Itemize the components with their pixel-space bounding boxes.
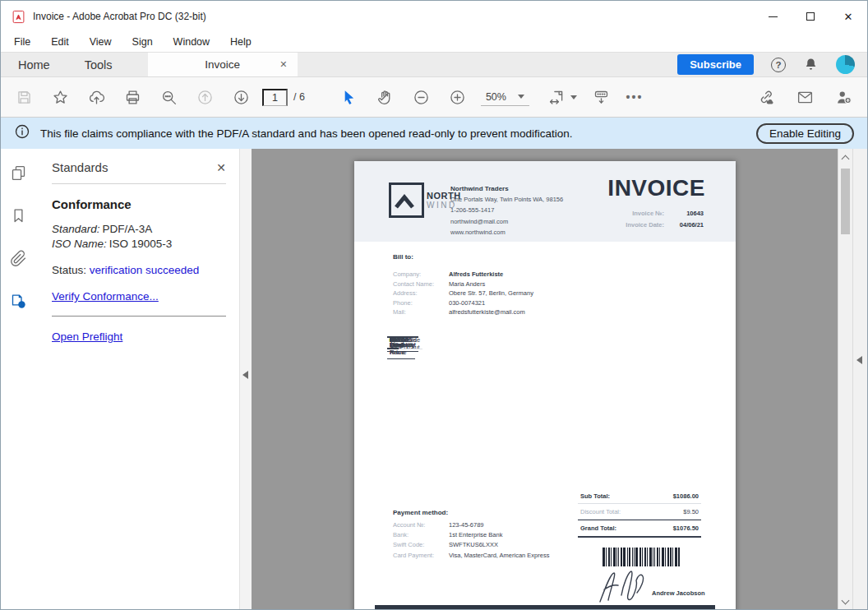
field-label: Mail:: [393, 307, 449, 317]
scroll-down-icon[interactable]: [842, 597, 850, 605]
previous-page-icon[interactable]: [195, 87, 215, 107]
scrolling-mode-icon[interactable]: [592, 87, 612, 107]
save-icon[interactable]: [14, 87, 34, 107]
barcode: [603, 548, 701, 566]
invoice-title: INVOICE: [607, 175, 705, 201]
select-tool-icon[interactable]: [339, 87, 359, 107]
help-icon[interactable]: ?: [771, 58, 786, 72]
page-number-input[interactable]: [262, 89, 288, 106]
bell-icon[interactable]: [803, 57, 819, 72]
minimize-icon: [769, 16, 778, 17]
totals-block: Sub Total:$1086.00Discount Total:$9.50Gr…: [578, 488, 701, 538]
email-icon[interactable]: [795, 87, 815, 107]
open-preflight-link[interactable]: Open Preflight: [52, 330, 122, 343]
field-row: Company:Alfreds Futterkiste: [393, 270, 533, 280]
scroll-up-icon[interactable]: [842, 155, 850, 164]
status-value: verification succeeded: [90, 264, 200, 276]
navigation-pane-strip: [1, 149, 35, 610]
add-person-icon[interactable]: [833, 87, 853, 107]
title-bar: Invoice - Adobe Acrobat Pro DC (32-bit) …: [1, 1, 867, 32]
total-row: Sub Total:$1086.00: [578, 488, 701, 504]
expand-tools-pane-icon[interactable]: [856, 356, 862, 364]
field-value: 04/06/21: [664, 220, 704, 231]
tab-tools[interactable]: Tools: [67, 53, 130, 76]
close-button[interactable]: ✕: [829, 1, 867, 32]
menu-item-file[interactable]: File: [14, 36, 30, 48]
page-thumbnails-icon[interactable]: [10, 164, 27, 185]
avatar[interactable]: [836, 55, 855, 74]
page-total-label: / 6: [293, 91, 305, 103]
table-cell: [387, 336, 392, 349]
document-area[interactable]: NORTH WIND Northwind Traders One Portals…: [252, 149, 838, 610]
field-label: Bank:: [393, 530, 449, 540]
minimize-button[interactable]: [754, 1, 792, 32]
pdf-page: NORTH WIND Northwind Traders One Portals…: [354, 161, 736, 610]
field-label: Invoice Date:: [626, 220, 664, 231]
payment-method-heading: Payment method:: [393, 509, 448, 516]
field-row: Phone:030-0074321: [393, 298, 533, 308]
bill-to-details: Company:Alfreds FutterkisteContact Name:…: [393, 270, 533, 317]
panel-collapse-strip[interactable]: [239, 149, 252, 610]
bookmarks-icon[interactable]: [10, 207, 27, 228]
acrobat-window: Invoice - Adobe Acrobat Pro DC (32-bit) …: [0, 0, 868, 610]
tools-pane-strip[interactable]: [852, 149, 867, 610]
tab-bar: Home Tools Invoice ✕ Subscribe ?: [1, 52, 867, 76]
hand-tool-icon[interactable]: [376, 87, 395, 107]
northwind-logo: [389, 183, 424, 218]
verify-conformance-link[interactable]: Verify Conformance...: [52, 290, 159, 303]
field-value: Alfreds Futterkiste: [449, 270, 503, 280]
zoom-level-value: 50%: [486, 91, 506, 103]
field-label: Company:: [393, 270, 449, 280]
next-page-icon[interactable]: [231, 87, 251, 107]
menu-item-sign[interactable]: Sign: [132, 36, 153, 48]
signature-name: Andrew Jacobson: [652, 589, 705, 597]
tab-home[interactable]: Home: [1, 53, 67, 76]
company-info: Northwind Traders One Portals Way, Twin …: [450, 183, 598, 238]
field-label: Contact Name:: [393, 280, 449, 289]
pdfa-notification-bar: This file claims compliance with the PDF…: [1, 118, 867, 149]
menu-item-help[interactable]: Help: [230, 36, 252, 48]
bill-to-heading: Bill to:: [393, 253, 413, 261]
share-link-icon[interactable]: [756, 87, 776, 107]
zoom-level-dropdown[interactable]: 50%: [481, 89, 529, 106]
field-label: Invoice №:: [632, 208, 664, 220]
tab-document-invoice[interactable]: Invoice ✕: [148, 53, 298, 76]
enable-editing-button[interactable]: Enable Editing: [756, 123, 854, 144]
maximize-button[interactable]: [792, 1, 829, 32]
panel-close-icon[interactable]: ✕: [216, 161, 226, 174]
zoom-out-icon[interactable]: [412, 87, 432, 107]
field-label: Swift Code:: [393, 540, 449, 550]
star-icon[interactable]: [50, 87, 70, 107]
chevron-up-icon: [395, 194, 414, 209]
print-icon[interactable]: [122, 87, 142, 107]
field-value: alfredsfutterkiste@mail.com: [449, 307, 525, 317]
field-label: Address:: [393, 289, 449, 298]
chevron-down-icon[interactable]: [570, 95, 577, 99]
total-value: $1076.50: [673, 525, 699, 532]
field-value: Maria Anders: [449, 280, 485, 289]
search-icon[interactable]: [159, 87, 178, 107]
field-value: SWFTKUS6LXXX: [449, 540, 498, 550]
maximize-icon: [806, 12, 815, 21]
total-value: $9.50: [683, 508, 699, 515]
field-row: Swift Code:SWFTKUS6LXXX: [393, 540, 549, 550]
vertical-scrollbar[interactable]: [838, 149, 852, 610]
scrollbar-thumb[interactable]: [841, 169, 850, 234]
main-toolbar: / 6 50% •••: [1, 76, 867, 118]
attachments-icon[interactable]: [10, 250, 27, 270]
menu-item-window[interactable]: Window: [173, 36, 210, 48]
share-upload-icon[interactable]: [86, 87, 106, 107]
menu-item-edit[interactable]: Edit: [51, 36, 69, 48]
fit-width-icon[interactable]: [547, 87, 567, 107]
menu-item-view[interactable]: View: [90, 36, 112, 48]
more-tools-icon[interactable]: •••: [625, 87, 644, 107]
collapse-panel-icon[interactable]: [242, 371, 248, 379]
payment-details: Account №:123-45-6789Bank:1st Enterprise…: [393, 520, 549, 561]
field-value: 10643: [664, 208, 704, 220]
subscribe-button[interactable]: Subscribe: [677, 54, 754, 75]
signature-scribble: [598, 567, 650, 605]
standards-panel-icon[interactable]: [10, 293, 27, 313]
zoom-in-icon[interactable]: [448, 87, 468, 107]
window-title: Invoice - Adobe Acrobat Pro DC (32-bit): [33, 11, 206, 22]
tab-close-icon[interactable]: ✕: [279, 59, 287, 70]
